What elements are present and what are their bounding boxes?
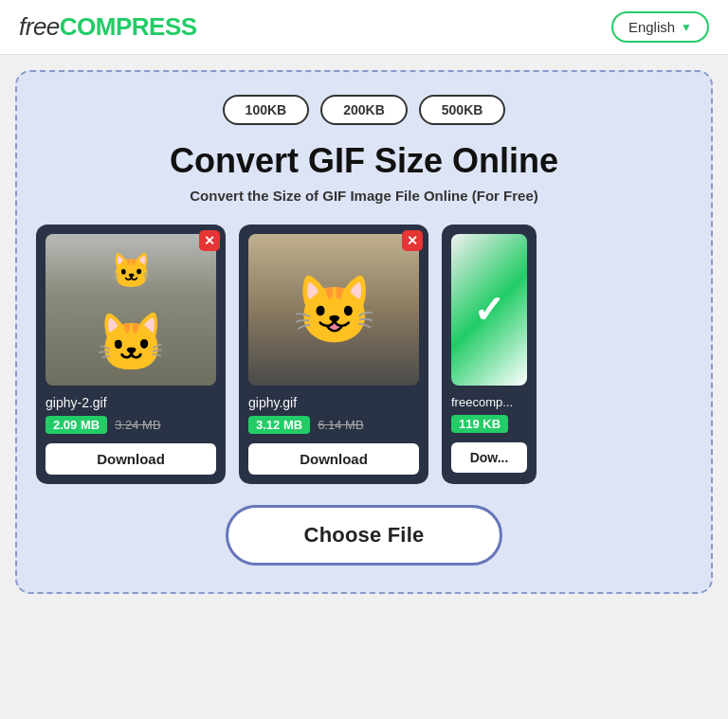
size-button-200kb[interactable]: 200KB (320, 95, 408, 125)
close-button-1[interactable]: ✕ (199, 230, 220, 251)
chevron-down-icon: ▼ (681, 21, 692, 34)
page-subtitle: Convert the Size of GIF Image File Onlin… (36, 188, 692, 204)
close-button-2[interactable]: ✕ (402, 230, 423, 251)
gif-preview-2 (248, 234, 419, 386)
card-image-2 (248, 234, 419, 386)
gif-preview-3 (451, 234, 527, 386)
header: freeCOMPRESS English ▼ (0, 0, 728, 55)
language-selector[interactable]: English ▼ (611, 11, 709, 43)
size-new-1: 2.09 MB (46, 416, 107, 434)
file-card-2: ✕ giphy.gif 3.12 MB 6.14 MB Download (239, 225, 428, 484)
file-sizes-3: 119 KB (451, 415, 527, 433)
download-button-3[interactable]: Dow... (451, 442, 527, 473)
size-new-2: 3.12 MB (248, 416, 310, 434)
site-logo: freeCOMPRESS (19, 12, 197, 42)
size-button-500kb[interactable]: 500KB (419, 95, 506, 125)
logo-compress: COMPRESS (60, 12, 197, 41)
choose-file-button[interactable]: Choose File (226, 505, 503, 566)
file-card-3: freecomp... 119 KB Dow... (442, 225, 537, 484)
filename-3: freecomp... (451, 395, 527, 409)
filename-1: giphy-2.gif (46, 395, 216, 410)
page-title: Convert GIF Size Online (36, 142, 692, 180)
filename-2: giphy.gif (248, 395, 419, 410)
size-button-100kb[interactable]: 100KB (223, 95, 310, 125)
file-card-1: ✕ giphy-2.gif 2.09 MB 3.24 MB Download (36, 225, 226, 484)
card-image-1 (46, 234, 216, 386)
file-cards-row: ✕ giphy-2.gif 2.09 MB 3.24 MB Download ✕… (36, 225, 692, 484)
download-button-2[interactable]: Download (248, 443, 419, 475)
size-new-3: 119 KB (451, 415, 508, 433)
download-button-1[interactable]: Download (46, 443, 216, 475)
language-label: English (628, 19, 675, 35)
size-buttons-row: 100KB 200KB 500KB (36, 95, 692, 125)
logo-free: free (19, 12, 60, 41)
size-old-2: 6.14 MB (318, 418, 363, 432)
gif-preview-1 (46, 234, 216, 386)
choose-file-wrapper: Choose File (36, 505, 692, 566)
size-old-1: 3.24 MB (115, 418, 160, 432)
file-sizes-2: 3.12 MB 6.14 MB (248, 416, 419, 434)
main-container: 100KB 200KB 500KB Convert GIF Size Onlin… (15, 70, 713, 594)
file-sizes-1: 2.09 MB 3.24 MB (46, 416, 216, 434)
